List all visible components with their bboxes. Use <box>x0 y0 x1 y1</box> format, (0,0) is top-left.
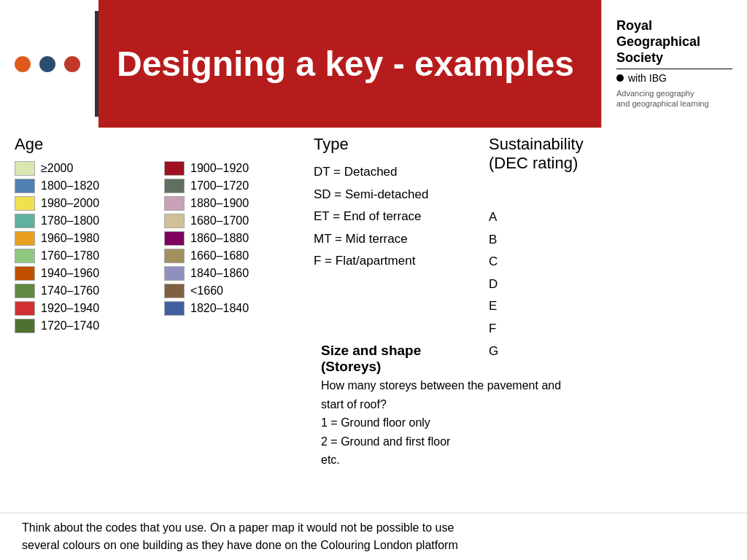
age-row: 1700–1720 <box>164 179 306 193</box>
age-color-box <box>15 266 35 281</box>
dot-orange <box>15 56 31 72</box>
sust-rating-item: E <box>489 295 584 318</box>
age-row: 1660–1680 <box>164 249 306 263</box>
age-label: 1960–1980 <box>41 232 99 245</box>
age-color-box <box>164 301 185 316</box>
age-label: ≥2000 <box>41 162 73 175</box>
age-row: 1980–2000 <box>15 196 157 211</box>
age-grid: ≥20001800–18201980–20001780–18001960–198… <box>15 161 306 333</box>
header-left <box>0 0 95 128</box>
age-color-box <box>164 266 185 281</box>
age-label: 1920–1940 <box>41 302 99 315</box>
age-label: 1880–1900 <box>190 197 249 210</box>
logo-ibg-text: with IBG <box>628 72 667 84</box>
age-color-box <box>164 249 185 263</box>
age-color-box <box>15 196 35 211</box>
header-title-block: Designing a key - examples <box>98 0 601 128</box>
age-label: 1940–1960 <box>41 267 99 280</box>
age-row: 1800–1820 <box>15 179 157 193</box>
age-row: 1880–1900 <box>164 196 306 211</box>
type-item: SD = Semi-detached <box>314 184 481 206</box>
age-label: 1800–1820 <box>41 179 99 192</box>
age-color-box <box>164 179 185 193</box>
age-label: 1780–1800 <box>41 214 99 228</box>
age-row: 1760–1780 <box>15 249 157 263</box>
dot-blue <box>39 56 55 72</box>
age-row: 1860–1880 <box>164 231 306 246</box>
type-item: MT = Mid terrace <box>314 228 481 251</box>
size-section: Size and shape (Storeys) How many storey… <box>321 343 732 470</box>
age-color-box <box>15 231 35 246</box>
age-row: <1660 <box>164 284 306 298</box>
type-item: F = Flat/apartment <box>314 250 481 273</box>
age-label: <1660 <box>190 284 223 298</box>
age-label: 1720–1740 <box>41 319 99 332</box>
age-color-box <box>15 301 35 316</box>
type-title: Type <box>314 135 481 154</box>
age-section: Age ≥20001800–18201980–20001780–18001960… <box>15 135 306 513</box>
age-row: 1900–1920 <box>164 161 306 176</box>
age-label: 1820–1840 <box>190 302 249 315</box>
age-label: 1980–2000 <box>41 197 99 210</box>
dot-red <box>64 56 80 72</box>
header: Designing a key - examples Royal Geograp… <box>0 0 747 128</box>
age-color-box <box>164 161 185 176</box>
age-row: 1960–1980 <box>15 231 157 246</box>
age-label: 1660–1680 <box>190 249 249 262</box>
size-subtitle-text: (Storeys) <box>321 359 381 374</box>
logo-text: Royal Geographical Society <box>616 18 700 66</box>
sust-rating-item: B <box>489 229 584 252</box>
footer: Think about the codes that you use. On a… <box>0 513 747 560</box>
sustainability-title: Sustainability(DEC rating) <box>489 135 584 173</box>
age-color-box <box>164 284 185 298</box>
size-description: How many storeys between the pavement an… <box>321 376 732 470</box>
age-color-box <box>15 284 35 298</box>
age-label: 1840–1860 <box>190 267 249 280</box>
age-row: 1940–1960 <box>15 266 157 281</box>
sust-ratings: ABCDEFG <box>489 206 584 362</box>
age-label: 1860–1880 <box>190 232 249 245</box>
age-row: 1680–1700 <box>164 214 306 228</box>
age-label: 1760–1780 <box>41 249 99 262</box>
age-color-box <box>15 161 35 176</box>
page-title: Designing a key - examples <box>117 44 574 84</box>
sust-rating-item: C <box>489 251 584 273</box>
age-row: 1920–1940 <box>15 301 157 316</box>
age-color-box <box>15 179 35 193</box>
age-row: 1820–1840 <box>164 301 306 316</box>
age-label: 1900–1920 <box>190 162 249 175</box>
age-color-box <box>15 249 35 263</box>
age-color-box <box>164 196 185 211</box>
logo-dot <box>616 74 624 82</box>
age-row: 1840–1860 <box>164 266 306 281</box>
sust-rating-item: F <box>489 318 584 341</box>
type-item: DT = Detached <box>314 161 481 184</box>
age-label: 1680–1700 <box>190 214 249 228</box>
age-label: 1700–1720 <box>190 179 249 192</box>
logo-divider <box>616 69 732 69</box>
logo-top: Royal Geographical Society <box>616 18 700 66</box>
age-color-box <box>164 231 185 246</box>
age-row: 1780–1800 <box>15 214 157 228</box>
logo-tagline: Advancing geographyand geographical lear… <box>616 88 709 109</box>
age-row: 1720–1740 <box>15 319 157 333</box>
age-row: 1740–1760 <box>15 284 157 298</box>
logo-dot-row: with IBG <box>616 72 667 84</box>
age-title: Age <box>15 135 306 154</box>
footer-text: Think about the codes that you use. On a… <box>22 521 458 551</box>
age-row: ≥2000 <box>15 161 157 176</box>
size-title: Size and shape <box>321 343 421 358</box>
type-list: DT = DetachedSD = Semi-detachedET = End … <box>314 161 481 273</box>
age-color-box <box>15 214 35 228</box>
type-item: ET = End of terrace <box>314 206 481 228</box>
sust-rating-item: A <box>489 206 584 229</box>
age-color-box <box>164 214 185 228</box>
age-color-box <box>15 319 35 333</box>
age-label: 1740–1760 <box>41 284 99 298</box>
sust-rating-item: D <box>489 273 584 296</box>
rgs-logo: Royal Geographical Society with IBG Adva… <box>601 0 747 128</box>
